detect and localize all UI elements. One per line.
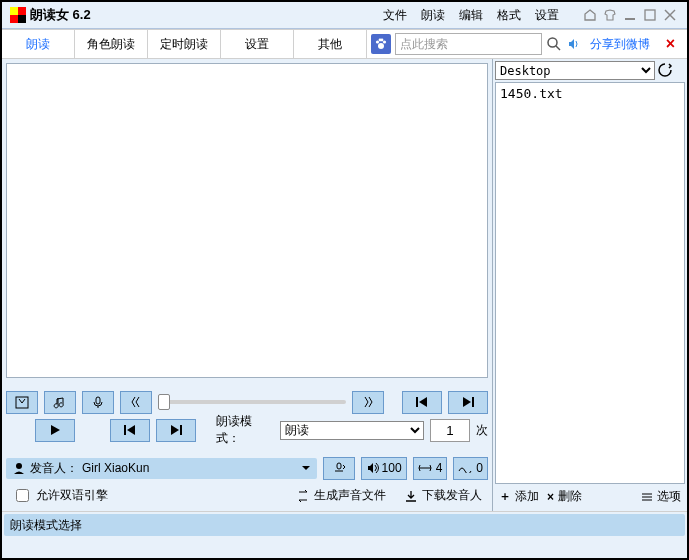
left-panel: 朗读模式： 朗读 次 发音人： Girl XiaoKun bbox=[2, 59, 493, 511]
play-button[interactable] bbox=[35, 419, 75, 442]
svg-point-8 bbox=[376, 40, 379, 43]
speed-icon bbox=[418, 463, 432, 473]
svg-rect-15 bbox=[96, 397, 100, 404]
person-icon bbox=[12, 461, 26, 475]
refresh-icon[interactable] bbox=[657, 62, 675, 80]
prev-button[interactable] bbox=[110, 419, 150, 442]
svg-rect-4 bbox=[645, 10, 655, 20]
options-button[interactable]: 选项 bbox=[641, 488, 681, 505]
gen-audio-button[interactable]: 生成声音文件 bbox=[296, 487, 386, 504]
file-item[interactable]: 1450.txt bbox=[498, 85, 682, 102]
speaker-value: Girl XiaoKun bbox=[82, 461, 149, 475]
svg-rect-16 bbox=[416, 397, 418, 407]
svg-rect-2 bbox=[18, 15, 26, 23]
close-icon[interactable]: × bbox=[658, 35, 683, 53]
speaker-label: 发音人： bbox=[30, 460, 78, 477]
svg-point-9 bbox=[383, 40, 386, 43]
volume-button[interactable]: 100 bbox=[361, 457, 407, 480]
dual-engine-label: 允许双语引擎 bbox=[36, 487, 108, 504]
dual-engine-checkbox[interactable] bbox=[16, 489, 29, 502]
speed-button[interactable]: 4 bbox=[413, 457, 448, 480]
tab-timer[interactable]: 定时朗读 bbox=[148, 30, 221, 58]
close-window-icon[interactable] bbox=[663, 8, 677, 22]
maximize-icon[interactable] bbox=[643, 8, 657, 22]
mode-select[interactable]: 朗读 bbox=[280, 421, 424, 440]
delete-button[interactable]: ×删除 bbox=[547, 488, 582, 505]
volume-value: 100 bbox=[382, 461, 402, 475]
speed-value: 4 bbox=[436, 461, 443, 475]
right-panel: Desktop 1450.txt ＋添加 ×删除 选项 bbox=[493, 59, 687, 511]
menu-settings[interactable]: 设置 bbox=[535, 7, 559, 24]
app-icon bbox=[10, 7, 26, 23]
download-icon bbox=[404, 489, 418, 503]
repeat-icon bbox=[296, 489, 310, 503]
file-list[interactable]: 1450.txt bbox=[495, 82, 685, 484]
menu-file[interactable]: 文件 bbox=[383, 7, 407, 24]
folder-select[interactable]: Desktop bbox=[495, 61, 655, 80]
tab-read[interactable]: 朗读 bbox=[2, 30, 75, 58]
tab-role[interactable]: 角色朗读 bbox=[75, 30, 148, 58]
tab-settings[interactable]: 设置 bbox=[221, 30, 294, 58]
svg-rect-1 bbox=[10, 7, 18, 15]
svg-rect-19 bbox=[180, 425, 182, 435]
pitch-icon bbox=[458, 463, 472, 473]
slider-min-button[interactable] bbox=[120, 391, 152, 414]
titlebar: 朗读女 6.2 文件 朗读 编辑 格式 设置 bbox=[2, 2, 687, 29]
share-link[interactable]: 分享到微博 bbox=[586, 36, 654, 53]
paw-icon[interactable] bbox=[371, 34, 391, 54]
pitch-value: 0 bbox=[476, 461, 483, 475]
download-voice-button[interactable]: 下载发音人 bbox=[404, 487, 482, 504]
menu-format[interactable]: 格式 bbox=[497, 7, 521, 24]
mic-button[interactable] bbox=[82, 391, 114, 414]
tab-other[interactable]: 其他 bbox=[294, 30, 367, 58]
text-area[interactable] bbox=[6, 63, 488, 378]
music-button[interactable] bbox=[44, 391, 76, 414]
menu-icon bbox=[641, 491, 653, 503]
chevron-down-icon bbox=[301, 463, 311, 473]
minimize-icon[interactable] bbox=[623, 8, 637, 22]
svg-point-11 bbox=[381, 39, 384, 42]
sound-icon[interactable] bbox=[566, 36, 582, 52]
home-icon[interactable] bbox=[583, 8, 597, 22]
tab-bar: 朗读 角色朗读 定时朗读 设置 其他 点此搜索 分享到微博 × bbox=[2, 29, 687, 59]
mode-label: 朗读模式： bbox=[216, 413, 274, 447]
svg-point-20 bbox=[16, 463, 22, 469]
volume-icon bbox=[366, 462, 380, 474]
app-title: 朗读女 6.2 bbox=[30, 6, 91, 24]
svg-point-12 bbox=[548, 38, 557, 47]
menu-read[interactable]: 朗读 bbox=[421, 7, 445, 24]
svg-rect-18 bbox=[124, 425, 126, 435]
add-button[interactable]: ＋添加 bbox=[499, 488, 539, 505]
dict-button[interactable] bbox=[6, 391, 38, 414]
menubar: 文件 朗读 编辑 格式 设置 bbox=[383, 7, 683, 24]
status-text: 朗读模式选择 bbox=[10, 517, 82, 534]
progress-slider[interactable] bbox=[158, 400, 346, 404]
shirt-icon[interactable] bbox=[603, 8, 617, 22]
next-track-button[interactable] bbox=[448, 391, 488, 414]
count-suffix: 次 bbox=[476, 422, 488, 439]
next-button[interactable] bbox=[156, 419, 196, 442]
search-input[interactable]: 点此搜索 bbox=[395, 33, 542, 55]
svg-line-13 bbox=[556, 46, 560, 50]
mic-settings-button[interactable] bbox=[323, 457, 355, 480]
count-input[interactable] bbox=[430, 419, 470, 442]
slider-max-button[interactable] bbox=[352, 391, 384, 414]
speaker-select[interactable]: 发音人： Girl XiaoKun bbox=[6, 458, 317, 479]
svg-rect-17 bbox=[472, 397, 474, 407]
status-bar: 朗读模式选择 bbox=[4, 514, 685, 536]
svg-point-7 bbox=[378, 43, 384, 49]
svg-rect-21 bbox=[337, 463, 341, 469]
pitch-button[interactable]: 0 bbox=[453, 457, 488, 480]
prev-track-button[interactable] bbox=[402, 391, 442, 414]
menu-edit[interactable]: 编辑 bbox=[459, 7, 483, 24]
search-icon[interactable] bbox=[546, 36, 562, 52]
